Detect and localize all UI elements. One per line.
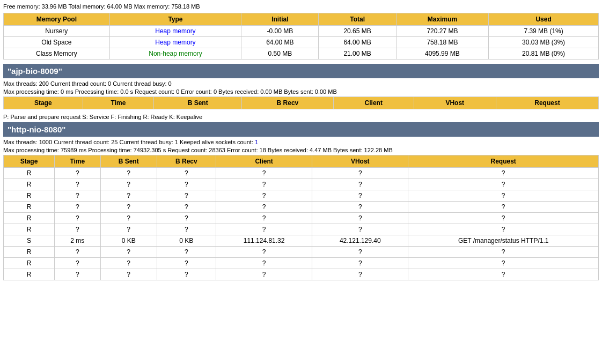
memory-table-row: Class MemoryNon-heap memory0.50 MB21.00 … bbox=[4, 48, 599, 60]
http-client-cell: 111.124.81.32 bbox=[216, 235, 312, 247]
http-time-cell: 2 ms bbox=[54, 235, 100, 247]
http-request-cell: GET /manager/status HTTP/1.1 bbox=[408, 235, 599, 247]
http-table-row: R?????? bbox=[4, 247, 599, 258]
memory-maximum-cell: 758.18 MB bbox=[396, 37, 488, 48]
ajp-col-header: B Recv bbox=[241, 97, 333, 109]
http-stage-cell: R bbox=[4, 179, 55, 190]
http-col-header: Stage bbox=[4, 155, 55, 168]
http-client-cell: ? bbox=[216, 168, 312, 179]
memory-used-cell: 20.81 MB (0%) bbox=[489, 48, 599, 60]
http-table-row: R?????? bbox=[4, 202, 599, 213]
http-bsent-cell: ? bbox=[100, 213, 157, 224]
http-info-1-highlight: 1 bbox=[255, 139, 258, 145]
http-client-cell: ? bbox=[216, 179, 312, 190]
http-client-cell: ? bbox=[216, 224, 312, 235]
ajp-col-header: Client bbox=[334, 97, 414, 109]
http-stage-cell: R bbox=[4, 258, 55, 269]
http-client-cell: ? bbox=[216, 202, 312, 213]
http-client-cell: ? bbox=[216, 190, 312, 202]
memory-pool-cell: Nursery bbox=[4, 26, 110, 37]
http-time-cell: ? bbox=[54, 213, 100, 224]
http-brecv-cell: ? bbox=[157, 190, 216, 202]
memory-used-cell: 7.39 MB (1%) bbox=[489, 26, 599, 37]
http-client-cell: ? bbox=[216, 258, 312, 269]
http-time-cell: ? bbox=[54, 168, 100, 179]
http-bsent-cell: ? bbox=[100, 179, 157, 190]
http-request-cell: ? bbox=[408, 258, 599, 269]
http-bsent-cell: ? bbox=[100, 258, 157, 269]
http-request-cell: ? bbox=[408, 224, 599, 235]
http-vhost-cell: ? bbox=[312, 258, 408, 269]
http-time-cell: ? bbox=[54, 202, 100, 213]
ajp-info-2: Max processing time: 0 ms Processing tim… bbox=[3, 88, 599, 95]
http-bsent-cell: ? bbox=[100, 202, 157, 213]
http-client-cell: ? bbox=[216, 247, 312, 258]
memory-initial-cell: -0.00 MB bbox=[241, 26, 319, 37]
memory-table: Memory Pool Type Initial Total Maximum U… bbox=[3, 13, 599, 60]
http-info-1: Max threads: 1000 Current thread count: … bbox=[3, 139, 599, 145]
http-col-header: Request bbox=[408, 155, 599, 168]
http-bsent-cell: ? bbox=[100, 269, 157, 280]
http-vhost-cell: ? bbox=[312, 247, 408, 258]
http-vhost-cell: ? bbox=[312, 213, 408, 224]
http-stage-cell: R bbox=[4, 190, 55, 202]
http-bsent-cell: ? bbox=[100, 247, 157, 258]
http-request-cell: ? bbox=[408, 190, 599, 202]
http-time-cell: ? bbox=[54, 190, 100, 202]
http-table-row: R?????? bbox=[4, 179, 599, 190]
http-stage-cell: R bbox=[4, 247, 55, 258]
http-table-row: R?????? bbox=[4, 168, 599, 179]
http-table-row: R?????? bbox=[4, 258, 599, 269]
http-section-header: "http-nio-8080" bbox=[3, 122, 599, 137]
http-col-header: B Recv bbox=[157, 155, 216, 168]
http-time-cell: ? bbox=[54, 269, 100, 280]
stage-legend: P: Parse and prepare request S: Service … bbox=[3, 114, 599, 120]
ajp-col-header: Stage bbox=[4, 97, 83, 109]
http-brecv-cell: 0 KB bbox=[157, 235, 216, 247]
http-info-2: Max processing time: 75989 ms Processing… bbox=[3, 147, 599, 153]
http-col-header: Time bbox=[54, 155, 100, 168]
memory-type-cell: Non-heap memory bbox=[109, 48, 241, 60]
memory-initial-cell: 64.00 MB bbox=[241, 37, 319, 48]
http-request-cell: ? bbox=[408, 168, 599, 179]
http-vhost-cell: ? bbox=[312, 269, 408, 280]
http-request-cell: ? bbox=[408, 202, 599, 213]
http-brecv-cell: ? bbox=[157, 202, 216, 213]
ajp-col-header: Request bbox=[496, 97, 598, 109]
http-time-cell: ? bbox=[54, 179, 100, 190]
http-stage-cell: R bbox=[4, 168, 55, 179]
ajp-stage-table: StageTimeB SentB RecvClientVHostRequest bbox=[3, 96, 599, 109]
memory-table-row: Old SpaceHeap memory64.00 MB64.00 MB758.… bbox=[4, 37, 599, 48]
http-table-row: R?????? bbox=[4, 269, 599, 280]
http-table-row: R?????? bbox=[4, 213, 599, 224]
http-vhost-cell: ? bbox=[312, 190, 408, 202]
http-col-header: B Sent bbox=[100, 155, 157, 168]
col-header-maximum: Maximum bbox=[396, 13, 488, 26]
http-table-row: R?????? bbox=[4, 190, 599, 202]
http-bsent-cell: 0 KB bbox=[100, 235, 157, 247]
col-header-initial: Initial bbox=[241, 13, 319, 26]
http-bsent-cell: ? bbox=[100, 168, 157, 179]
http-brecv-cell: ? bbox=[157, 258, 216, 269]
http-brecv-cell: ? bbox=[157, 179, 216, 190]
http-col-header: Client bbox=[216, 155, 312, 168]
http-stage-cell: R bbox=[4, 269, 55, 280]
memory-total-cell: 21.00 MB bbox=[319, 48, 396, 60]
ajp-section-header: "ajp-bio-8009" bbox=[3, 64, 599, 78]
col-header-total: Total bbox=[319, 13, 396, 26]
http-brecv-cell: ? bbox=[157, 168, 216, 179]
http-vhost-cell: ? bbox=[312, 179, 408, 190]
http-request-cell: ? bbox=[408, 247, 599, 258]
memory-initial-cell: 0.50 MB bbox=[241, 48, 319, 60]
memory-maximum-cell: 720.27 MB bbox=[396, 26, 488, 37]
memory-type-cell: Heap memory bbox=[109, 26, 241, 37]
ajp-col-header: VHost bbox=[414, 97, 496, 109]
col-header-type: Type bbox=[109, 13, 241, 26]
http-stage-cell: R bbox=[4, 224, 55, 235]
col-header-used: Used bbox=[489, 13, 599, 26]
http-stage-cell: R bbox=[4, 202, 55, 213]
memory-pool-cell: Old Space bbox=[4, 37, 110, 48]
free-memory-info: Free memory: 33.96 MB Total memory: 64.0… bbox=[3, 3, 599, 10]
memory-total-cell: 20.65 MB bbox=[319, 26, 396, 37]
http-time-cell: ? bbox=[54, 247, 100, 258]
